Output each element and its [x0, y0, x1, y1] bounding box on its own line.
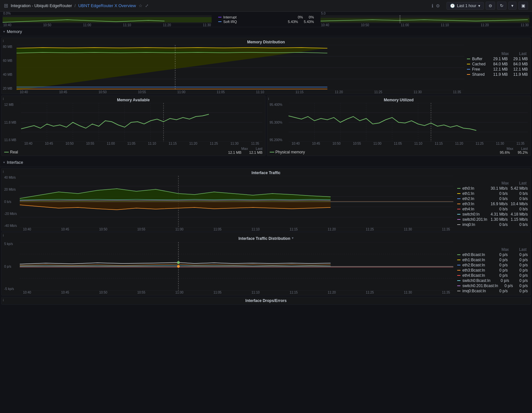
mini-chart-left-svg [3, 15, 212, 23]
memory-available-chart: 12 MB 11.8 MB 11.6 MB 10:4010:4510:5010:… [2, 103, 265, 145]
intf-dist-content: 5 kp/s 0 p/s -5 kp/s 10:4010:4510:5010:5… [2, 242, 530, 295]
mem-avail-info-icon[interactable]: i [3, 97, 4, 101]
title-separator: / [74, 4, 75, 8]
eth3-bcast-color [457, 270, 460, 271]
intf-traffic-info-icon[interactable]: i [3, 170, 4, 173]
eth0-bcast-max: 0 p/s [490, 252, 508, 257]
eth2-bcast-last: 0 p/s [510, 263, 528, 267]
eth3-in-label: eth3:In [462, 202, 488, 206]
phys-color [270, 152, 274, 152]
mini-left-time-axis: 10:4010:5011:0011:1011:2011:30 [3, 23, 212, 27]
mem-avail-val-values: 12.1 MB 12.1 MB [228, 151, 263, 154]
top-mini-legend: Interrupt 0% 0% Soft IRQ 5.43% 5.43% [214, 12, 318, 27]
buffer-last: 29.1 MB [510, 57, 528, 61]
topbar: ⊞ Integration - Ubiquiti EdgeRouter / UB… [0, 0, 532, 12]
top-mini-left-chart: 0.0% 10:4010:5011:0011:1011:2011:30 [0, 12, 214, 27]
softirq-color [218, 21, 221, 22]
more-options-button[interactable]: ▾ [508, 2, 516, 10]
page-subtitle[interactable]: UBNT EdgeRouter X Overview [78, 3, 136, 8]
interface-chevron-icon: ▾ [3, 161, 5, 164]
mem-avail-legend-item: Real [4, 150, 18, 154]
legend-eth0-bcast: eth0:Bcast:In 0 p/s 0 p/s [457, 252, 528, 257]
switch0201-bcast-color [457, 285, 460, 286]
switch0201-in-last: 1.15 Mb/s [510, 217, 528, 222]
phys-label: Physical memory [276, 150, 305, 154]
panel-info-icon[interactable]: i [3, 39, 4, 43]
memory-dist-chart-container: 80 MB 60 MB 40 MB 20 MB [17, 45, 464, 90]
imq0-in-max: 0 b/s [490, 222, 508, 227]
eth2-in-color [457, 198, 460, 199]
intf-dist-title-bar: Interface Traffic Distribution ▾ [2, 232, 530, 242]
eth1-bcast-color [457, 260, 460, 260]
switch0-bcast-last: 0 p/s [511, 278, 528, 283]
time-picker[interactable]: 🕐 Last 1 hour ▾ [447, 2, 484, 10]
switch0201-bcast-max: 0 p/s [500, 284, 513, 288]
legend-max-header: Max [502, 51, 509, 56]
settings-icon[interactable]: ⚙ [436, 3, 440, 8]
eth3-bcast-label: eth3:Bcast:In [462, 268, 488, 273]
clock-icon: 🕐 [450, 4, 455, 8]
intf-traffic-content: 40 Mb/s 20 Mb/s 0 b/s -20 Mb/s -40 Mb/s … [2, 176, 530, 231]
util-last-header: Last [521, 147, 528, 151]
mem-util-vals: Max Last 95.6% 95.2% [500, 147, 528, 154]
memory-utilized-panel: i Memory Utilized [267, 95, 531, 156]
cached-label: Cached [472, 62, 488, 66]
intf-last-header: Last [519, 181, 526, 185]
drops-info-icon[interactable]: i [3, 298, 4, 302]
info-icon[interactable]: ℹ [432, 3, 433, 8]
eth1-in-max: 0 b/s [490, 191, 508, 196]
free-max: 12.1 MB [490, 67, 508, 72]
buffer-max: 29.1 MB [490, 57, 508, 61]
cached-color [467, 64, 470, 64]
mem-avail-chart-container: 12 MB 11.8 MB 11.6 MB [21, 103, 263, 142]
switch0-bcast-color [457, 280, 460, 281]
eth2-bcast-label: eth2:Bcast:In [462, 263, 488, 267]
memory-utilized-title: Memory Utilized [267, 96, 531, 103]
logo-icon: ⊞ [4, 3, 8, 9]
legend-eth2-in: eth2:In 0 b/s 0 b/s [457, 196, 528, 201]
imq0-bcast-label: imq0:Bcast:In [462, 289, 488, 293]
memory-section-header[interactable]: ▾ Memory [0, 27, 532, 36]
intf-dist-chart-area: 5 kp/s 0 p/s -5 kp/s 10:4010:4510:5010:5… [2, 242, 456, 295]
eth3-bcast-last: 0 p/s [510, 268, 528, 273]
legend-imq0-bcast: imq0:Bcast:In 0 p/s 0 p/s [457, 289, 528, 293]
shared-last: 11.9 MB [510, 72, 528, 77]
intf-traffic-legend: Max Last eth0:In 30.1 Mb/s 5.42 Mb/s eth… [456, 176, 530, 231]
real-label: Real [10, 150, 18, 154]
mem-util-last: 95.2% [518, 151, 528, 154]
dist-title-dropdown-icon[interactable]: ▾ [292, 236, 294, 240]
memory-dist-y-labels: 80 MB 60 MB 40 MB 20 MB [3, 45, 12, 90]
drops-title-bar: Interface Drops/Errors [2, 297, 530, 304]
mini-right-time-axis: 10:4010:5011:0011:1011:2011:30 [321, 23, 530, 27]
memory-available-title: Memory Available [2, 96, 265, 103]
intf-traffic-svg [20, 176, 453, 228]
memory-available-panel: i Memory Available [1, 95, 266, 156]
memory-utilized-chart: 95.400% 95.300% 95.200% 10:4010:4510:501… [267, 103, 531, 145]
legend-softirq: Soft IRQ 5.43% 5.43% [218, 20, 314, 24]
legend-interrupt: Interrupt 0% 0% [218, 15, 314, 19]
dist-max-header: Max [502, 247, 509, 252]
eth3-in-last: 10.4 Mb/s [510, 202, 528, 206]
eth0-bcast-color [457, 254, 460, 255]
dashboard-button[interactable]: ▣ [518, 2, 528, 10]
memory-dist-title: Memory Distribution [2, 38, 530, 45]
eth0-in-last: 5.42 Mb/s [510, 186, 528, 191]
mem-util-x-labels: 10:4010:4510:5010:5511:0011:0511:1011:15… [289, 142, 528, 145]
interface-section-header[interactable]: ▾ Interface [0, 158, 532, 167]
mem-util-info-icon[interactable]: i [268, 97, 269, 101]
memory-dist-content: 80 MB 60 MB 40 MB 20 MB 10:4010:4510:501… [2, 45, 530, 94]
eth4-in-color [457, 209, 460, 209]
interface-dist-title: Interface Traffic Distribution [238, 234, 290, 241]
refresh-button[interactable]: ↻ [497, 2, 506, 10]
eth4-bcast-last: 0 p/s [510, 273, 528, 278]
zoom-out-button[interactable]: ⊖ [486, 2, 495, 10]
mem-avail-val-headers: Max Last [241, 147, 263, 151]
star-icon[interactable]: ☆ [139, 3, 142, 8]
memory-dist-svg [17, 45, 464, 90]
switch0201-in-color [457, 219, 460, 220]
legend-eth4-bcast: eth4:Bcast:In 0 p/s 0 p/s [457, 273, 528, 278]
memory-distribution-panel: i Memory Distribution [1, 38, 531, 94]
share-icon[interactable]: ⤢ [145, 3, 149, 8]
intf-dist-info-icon[interactable]: i [3, 234, 4, 237]
mem-avail-svg [21, 103, 263, 142]
